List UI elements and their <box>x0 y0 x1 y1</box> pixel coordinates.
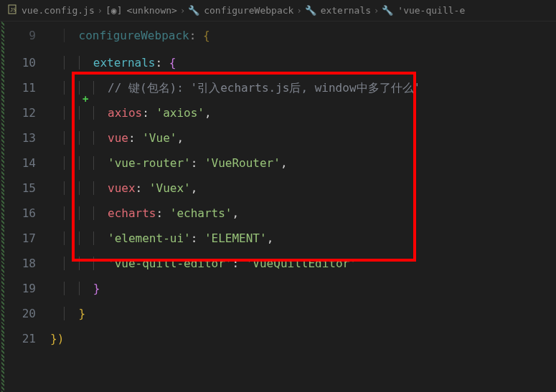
line-number: 18 <box>0 251 36 276</box>
line-number: 19 <box>0 276 36 301</box>
js-file-icon: JS <box>7 4 17 16</box>
breadcrumb-symbol-externals[interactable]: 🔧 externals <box>305 5 371 16</box>
code-line: externals: { <box>50 50 556 75</box>
line-number: 15 <box>0 176 36 201</box>
code-line: 'vue-router': 'VueRouter', <box>50 150 556 176</box>
line-number: 11 <box>0 75 36 100</box>
line-number: 17 <box>0 226 36 251</box>
code-line: }) <box>50 326 556 351</box>
code-line: // 键(包名): '引入echarts.js后, window中多了什么' <box>50 75 556 100</box>
breadcrumb-symbol-label: 'vue-quill-e <box>397 5 465 16</box>
line-number: 9 <box>0 21 36 50</box>
symbol-icon: [◉] <box>105 5 122 16</box>
breadcrumb-symbol-label: externals <box>321 5 371 16</box>
code-line: } <box>50 276 556 301</box>
breadcrumb-symbol-quill[interactable]: 🔧 'vue-quill-e <box>382 5 465 16</box>
chevron-right-icon: › <box>180 6 185 16</box>
line-number: 13 <box>0 125 36 150</box>
code-content[interactable]: configureWebpack: { externals: { // 键(包名… <box>50 21 556 392</box>
chevron-right-icon: › <box>98 6 103 16</box>
code-line: vuex: 'Vuex', <box>50 176 556 201</box>
wrench-icon: 🔧 <box>188 5 199 16</box>
line-number: 14 <box>0 150 36 176</box>
code-line: } <box>50 301 556 326</box>
breadcrumb-symbol-label: configureWebpack <box>204 5 293 16</box>
line-number: 16 <box>0 201 36 226</box>
line-number: 12 <box>0 100 36 125</box>
breadcrumb-symbol-unknown[interactable]: [◉] <unknown> <box>105 5 177 16</box>
code-line: echarts: 'echarts', <box>50 201 556 226</box>
code-line: axios: 'axios', <box>50 100 556 125</box>
code-line: 'element-ui': 'ELEMENT', <box>50 226 556 251</box>
code-line: configureWebpack: { <box>50 21 556 50</box>
wrench-icon: 🔧 <box>305 5 316 16</box>
chevron-right-icon: › <box>374 6 379 16</box>
breadcrumb: JS vue.config.js › [◉] <unknown> › 🔧 con… <box>0 0 556 21</box>
svg-text:JS: JS <box>10 7 16 13</box>
code-line: vue: 'Vue', <box>50 125 556 150</box>
breadcrumb-file[interactable]: JS vue.config.js <box>7 4 95 16</box>
add-marker-icon: + <box>83 93 88 105</box>
breadcrumb-symbol-configure[interactable]: 🔧 configureWebpack <box>188 5 293 16</box>
code-line: 'vue-quill-editor': 'VueQuillEditor' <box>50 251 556 276</box>
code-editor[interactable]: 9 10 11 12 13 14 15 16 17 18 19 20 21 co… <box>0 21 556 392</box>
line-number: 20 <box>0 301 36 326</box>
line-gutter: 9 10 11 12 13 14 15 16 17 18 19 20 21 <box>0 21 50 392</box>
gutter-change-indicator <box>1 21 4 392</box>
breadcrumb-file-label: vue.config.js <box>22 5 95 16</box>
line-number: 10 <box>0 50 36 75</box>
chevron-right-icon: › <box>296 6 301 16</box>
wrench-icon: 🔧 <box>382 5 393 16</box>
line-number: 21 <box>0 326 36 351</box>
breadcrumb-symbol-label: <unknown> <box>126 5 176 16</box>
